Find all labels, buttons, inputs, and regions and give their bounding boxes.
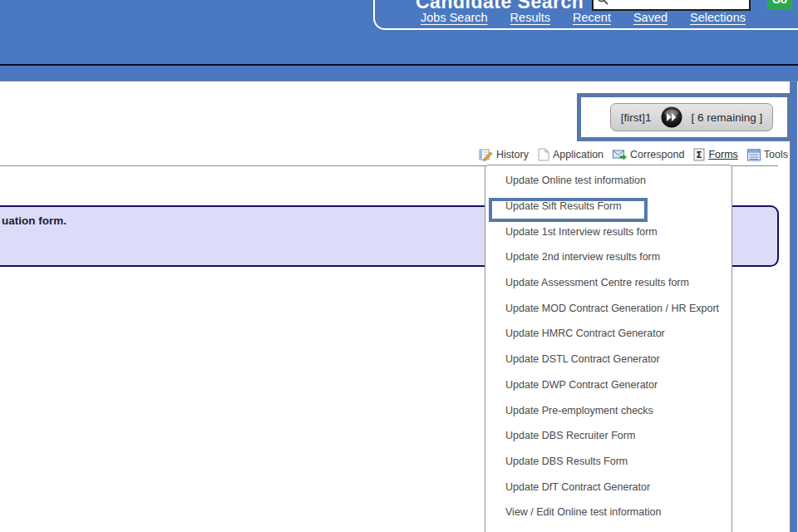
menu-item-1st-interview[interactable]: Update 1st Interview results form: [485, 219, 732, 244]
toolbar-tools-label: Tools: [764, 146, 788, 163]
tools-icon: [747, 149, 761, 161]
toolbar-application[interactable]: Application: [538, 146, 603, 163]
toolbar-forms-label: Forms: [708, 146, 737, 163]
toolbar-application-label: Application: [553, 146, 603, 163]
svg-text:Σ: Σ: [697, 150, 702, 160]
nav-saved[interactable]: Saved: [633, 11, 667, 24]
toolbar-forms[interactable]: Σ Forms: [693, 146, 737, 163]
menu-item-dstl-contract[interactable]: Update DSTL Contract Generator: [485, 347, 732, 372]
nav-jobs-search[interactable]: Jobs Search: [421, 11, 488, 24]
menu-item-2nd-interview[interactable]: Update 2nd interview results form: [485, 244, 732, 270]
menu-item-sift-results[interactable]: Update Sift Results Form: [485, 194, 732, 219]
header-nav: Jobs Search Results Recent Saved Selecti…: [421, 11, 746, 24]
pager-remaining-label: [ 6 remaining ]: [692, 111, 763, 124]
candidate-search-input[interactable]: [610, 0, 751, 9]
right-edge-bar: [790, 81, 797, 532]
candidate-pager-frame: [first]1 [ 6 remaining ]: [577, 93, 791, 141]
menu-item-view-edit-online-test[interactable]: View / Edit Online test information: [485, 500, 732, 525]
nav-selections[interactable]: Selections: [690, 11, 746, 24]
header: Candidate Search Go Jobs Search Results …: [0, 0, 798, 64]
header-substrip: [0, 66, 798, 81]
candidate-search-box: [592, 0, 751, 11]
candidate-toolbar: History Application Correspond Σ Forms: [479, 146, 788, 163]
search-icon: [596, 0, 609, 6]
content-top-divider: [0, 81, 798, 81]
forms-dropdown-menu: Update Online test information Update Si…: [485, 165, 732, 532]
toolbar-correspond-label: Correspond: [630, 146, 684, 163]
menu-item-hmrc-contract[interactable]: Update HMRC Contract Generator: [485, 321, 732, 347]
menu-item-dbs-results[interactable]: Update DBS Results Form: [485, 449, 732, 475]
menu-item-assessment-centre[interactable]: Update Assessment Centre results form: [485, 270, 732, 296]
menu-item-dwp-contract[interactable]: Update DWP Contract Generator: [485, 372, 732, 398]
application-icon: [538, 148, 549, 161]
menu-item-online-test[interactable]: Update Online test information: [485, 168, 732, 194]
next-candidate-icon[interactable]: [661, 106, 682, 128]
history-icon: [479, 148, 493, 161]
candidate-pager[interactable]: [first]1 [ 6 remaining ]: [610, 103, 773, 131]
menu-item-dbs-recruiter[interactable]: Update DBS Recruiter Form: [485, 423, 732, 449]
menu-item-dft-contract[interactable]: Update DfT Contract Generator: [485, 474, 732, 500]
page: Candidate Search Go Jobs Search Results …: [0, 0, 798, 532]
nav-results[interactable]: Results: [510, 11, 550, 24]
menu-item-mod-contract[interactable]: Update MOD Contract Generation / HR Expo…: [485, 295, 732, 321]
correspond-icon: [613, 148, 627, 161]
go-button[interactable]: Go: [767, 0, 792, 10]
forms-icon: Σ: [693, 148, 705, 161]
toolbar-history-label: History: [496, 146, 529, 163]
menu-item-pre-employment[interactable]: Update Pre-employment checks: [485, 397, 732, 423]
nav-recent[interactable]: Recent: [573, 11, 611, 24]
toolbar-history[interactable]: History: [479, 146, 529, 163]
forms-menu-list: Update Online test information Update Si…: [485, 165, 732, 525]
toolbar-correspond[interactable]: Correspond: [613, 146, 684, 163]
pager-current-label: [first]1: [621, 111, 652, 124]
toolbar-tools[interactable]: Tools: [747, 146, 788, 163]
info-banner-text: uation form.: [2, 214, 66, 227]
